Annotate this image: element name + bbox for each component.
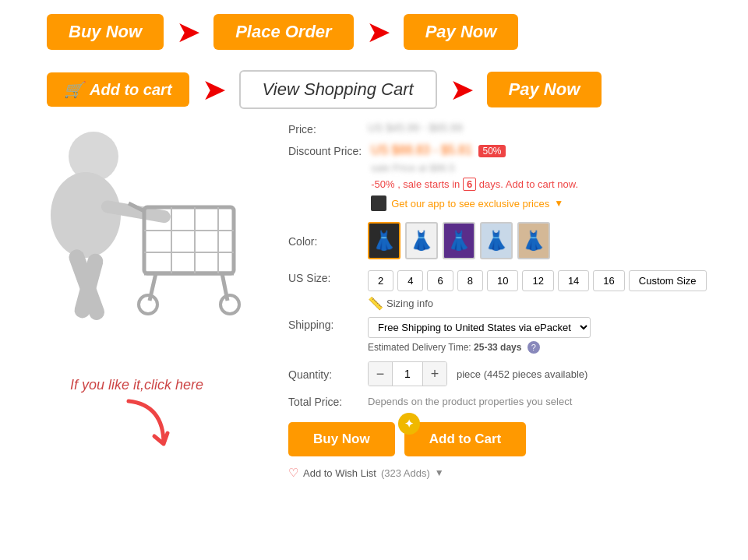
wishlist-count: (323 Adds): [381, 467, 430, 479]
size-2[interactable]: 2: [368, 270, 393, 291]
wishlist-row[interactable]: ♡ Add to Wish List (323 Adds) ▼: [288, 466, 725, 480]
add-to-cart-flow-label: Add to cart: [90, 81, 172, 99]
sale-info: -50% , sale starts in 6 days. Add to car…: [371, 178, 578, 191]
shipping-label: Shipping:: [288, 317, 358, 331]
arrow-1-icon: ➤: [176, 17, 201, 47]
arrow-2-icon: ➤: [366, 17, 391, 47]
total-price-value: Depends on the product properties you se…: [368, 396, 572, 407]
help-icon[interactable]: ?: [527, 341, 540, 354]
sale-percent: -50%: [371, 178, 394, 190]
wishlist-label: Add to Wish List: [303, 467, 376, 479]
color-swatch-dark[interactable]: 👗: [368, 222, 400, 259]
sale-days: 6: [463, 178, 476, 191]
size-4[interactable]: 4: [397, 270, 423, 291]
pay-now-top-button[interactable]: Pay Now: [404, 14, 519, 50]
buy-now-action-button[interactable]: Buy Now: [288, 422, 395, 456]
size-custom[interactable]: Custom Size: [629, 270, 707, 291]
spark-icon: ✦: [398, 413, 420, 435]
shipping-value-group: Free Shipping to United States via ePack…: [368, 317, 591, 354]
svg-point-10: [139, 295, 157, 314]
sale-badge: 50%: [478, 145, 505, 157]
app-promo-row: Get our app to see exclusive prices ▼: [371, 195, 578, 211]
delivery-range: 25-33 days: [474, 342, 521, 353]
main-content: If you like it,click here Price: US $45.…: [0, 122, 748, 480]
left-panel: If you like it,click here: [23, 122, 273, 480]
shopping-figure: [23, 122, 257, 371]
color-swatch-purple[interactable]: 👗: [443, 222, 475, 259]
size-options: 2 4 6 8 10 12 14 16 Custom Size 📏 Sizing…: [368, 270, 707, 311]
add-to-cart-flow-button[interactable]: 🛒 Add to cart: [47, 72, 189, 107]
quantity-increase-button[interactable]: +: [423, 362, 446, 386]
size-6[interactable]: 6: [427, 270, 453, 291]
sale-price-detail: sale Price at $86.5: [371, 162, 455, 174]
color-section: Color: 👗 👗 👗 👗 👗: [288, 222, 725, 259]
price-value: US $45.99 - $65.99: [368, 122, 462, 134]
quantity-control: − +: [368, 361, 447, 386]
heart-icon: ♡: [288, 466, 298, 480]
top-flow: Buy Now ➤ Place Order ➤ Pay Now: [0, 0, 748, 64]
shipping-section: Shipping: Free Shipping to United States…: [288, 317, 725, 354]
sizing-info-text: Sizing info: [386, 298, 433, 309]
action-buttons: Buy Now ✦ Add to Cart: [288, 422, 725, 456]
cart-icon: 🛒: [64, 80, 83, 99]
discount-amount: US $88.83 - $5.81: [371, 143, 472, 157]
discount-price-value: US $88.83 - $5.81 50% sale Price at $86.…: [371, 143, 578, 211]
size-12[interactable]: 12: [522, 270, 553, 291]
size-16[interactable]: 16: [593, 270, 624, 291]
second-flow: 🛒 Add to cart ➤ View Shopping Cart ➤ Pay…: [0, 64, 748, 122]
sale-days-unit: days. Add to cart now.: [479, 178, 578, 190]
sizing-info-link[interactable]: 📏 Sizing info: [368, 296, 707, 311]
color-swatches: 👗 👗 👗 👗 👗: [368, 222, 550, 259]
total-price-section: Total Price: Depends on the product prop…: [288, 394, 725, 408]
chevron-down-icon: ▼: [554, 198, 563, 209]
color-label: Color:: [288, 234, 358, 248]
place-order-button[interactable]: Place Order: [213, 14, 354, 50]
quantity-decrease-button[interactable]: −: [369, 362, 392, 386]
sale-text: , sale starts in: [397, 178, 460, 190]
right-panel: Price: US $45.99 - $65.99 Discount Price…: [288, 122, 725, 480]
shipping-select[interactable]: Free Shipping to United States via ePack…: [368, 317, 591, 338]
discount-price-row: Discount Price: US $88.83 - $5.81 50% sa…: [288, 143, 725, 211]
svg-point-1: [51, 172, 121, 258]
ruler-icon: 📏: [368, 296, 383, 311]
price-label: Price:: [288, 122, 358, 136]
click-here-label[interactable]: If you like it,click here: [70, 377, 273, 393]
app-promo-text[interactable]: Get our app to see exclusive prices: [391, 198, 549, 210]
arrow-4-icon: ➤: [450, 75, 475, 104]
pay-now-second-button[interactable]: Pay Now: [487, 72, 602, 107]
size-14[interactable]: 14: [558, 270, 589, 291]
discount-price-label: Discount Price:: [288, 143, 362, 157]
color-swatch-beige[interactable]: 👗: [517, 222, 550, 259]
delivery-label: Estimated Delivery Time:: [368, 342, 471, 353]
quantity-label: Quantity:: [288, 367, 358, 381]
size-buttons: 2 4 6 8 10 12 14 16 Custom Size: [368, 270, 707, 291]
total-price-label: Total Price:: [288, 394, 358, 408]
size-section: US Size: 2 4 6 8 10 12 14 16 Custom Size…: [288, 270, 725, 311]
quantity-input[interactable]: [392, 362, 423, 386]
qr-icon: [371, 195, 386, 211]
color-swatch-white[interactable]: 👗: [405, 222, 438, 259]
price-row: Price: US $45.99 - $65.99: [288, 122, 725, 136]
size-10[interactable]: 10: [487, 270, 518, 291]
color-swatch-light[interactable]: 👗: [480, 222, 513, 259]
figure-svg: [23, 122, 257, 371]
svg-point-11: [221, 295, 239, 314]
down-arrow-icon: [125, 397, 273, 455]
add-to-cart-action-button[interactable]: ✦ Add to Cart: [404, 422, 527, 456]
quantity-section: Quantity: − + piece (4452 pieces availab…: [288, 361, 725, 386]
us-size-label: US Size:: [288, 270, 358, 284]
size-8[interactable]: 8: [457, 270, 483, 291]
buy-now-top-button[interactable]: Buy Now: [47, 14, 164, 50]
arrow-3-icon: ➤: [202, 75, 227, 104]
add-to-cart-action-label: Add to Cart: [429, 431, 502, 446]
delivery-time: Estimated Delivery Time: 25-33 days ?: [368, 341, 591, 354]
view-shopping-cart-button[interactable]: View Shopping Cart: [239, 70, 437, 109]
quantity-available: piece (4452 pieces available): [457, 368, 587, 380]
wishlist-chevron-icon[interactable]: ▼: [435, 467, 444, 478]
